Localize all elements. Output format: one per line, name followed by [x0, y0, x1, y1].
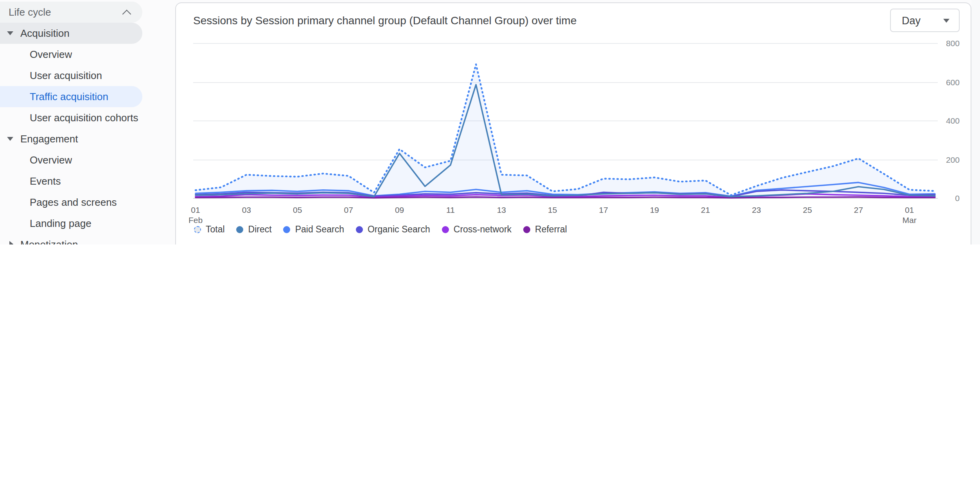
x-axis-tick-label: 01Mar — [896, 205, 923, 225]
legend-label: Organic Search — [368, 225, 430, 234]
legend-label: Referral — [535, 225, 567, 234]
legend-item-referral[interactable]: Referral — [523, 225, 567, 234]
interval-dropdown-value: Day — [902, 14, 921, 26]
caret-down-icon — [7, 137, 13, 141]
chevron-down-icon — [943, 18, 949, 22]
chart-legend: TotalDirectPaid SearchOrganic SearchCros… — [194, 225, 567, 234]
chart-plot-area — [193, 26, 938, 204]
sidebar-item-pages-and-screens[interactable]: Pages and screens — [0, 192, 142, 213]
sidebar-item-traffic-acquisition[interactable]: Traffic acquisition — [0, 86, 142, 107]
legend-item-total[interactable]: Total — [194, 225, 225, 234]
sidebar-item-label: Events — [30, 175, 61, 187]
x-axis-tick-label: 07 — [335, 205, 362, 215]
series-line-referral — [196, 197, 935, 198]
legend-item-paid-search[interactable]: Paid Search — [284, 225, 344, 234]
caret-down-icon — [7, 31, 13, 35]
x-axis-tick-label: 09 — [386, 205, 413, 215]
sidebar-item-engagement[interactable]: Engagement — [0, 128, 142, 149]
x-axis-tick-label: 27 — [845, 205, 872, 215]
sidebar-nav: Life cycleAcquisitionOverviewUser acquis… — [0, 0, 175, 244]
sidebar-item-label: User acquisition cohorts — [30, 112, 138, 124]
x-axis-tick-label: 17 — [590, 205, 617, 215]
chevron-up-icon — [122, 10, 131, 19]
sidebar-item-label: Traffic acquisition — [30, 91, 108, 102]
x-axis-tick-label: 25 — [794, 205, 821, 215]
sidebar-item-label: User acquisition — [30, 70, 102, 81]
y-axis-tick-label: 600 — [938, 77, 960, 86]
legend-item-organic-search[interactable]: Organic Search — [356, 225, 430, 234]
x-axis-tick-label: 23 — [743, 205, 770, 215]
sidebar-item-label: Pages and screens — [30, 196, 117, 208]
legend-dot-icon — [356, 226, 363, 233]
sidebar-item-acquisition[interactable]: Acquisition — [0, 23, 142, 44]
x-axis-tick-label: 03 — [233, 205, 260, 215]
sidebar-item-overview[interactable]: Overview — [0, 149, 142, 171]
total-area-fill — [196, 64, 935, 198]
sidebar-item-label: Landing page — [30, 218, 92, 229]
legend-dot-icon — [523, 226, 530, 233]
legend-label: Cross-network — [454, 225, 512, 234]
legend-item-direct[interactable]: Direct — [237, 225, 272, 234]
x-axis-tick-label: 05 — [284, 205, 311, 215]
report-card: Sessions by Session primary channel grou… — [175, 2, 971, 244]
legend-dot-icon — [237, 226, 244, 233]
x-axis-tick-label: 21 — [692, 205, 719, 215]
legend-label: Total — [206, 225, 225, 234]
sidebar-item-monetization[interactable]: Monetization — [0, 234, 142, 244]
y-axis-tick-label: 800 — [938, 38, 960, 48]
sidebar-item-landing-page[interactable]: Landing page — [0, 213, 142, 234]
section-header-life-cycle[interactable]: Life cycle — [0, 2, 142, 23]
x-axis-tick-label: 13 — [488, 205, 515, 215]
legend-dot-icon — [284, 226, 291, 233]
sidebar-item-user-acquisition[interactable]: User acquisition — [0, 65, 142, 86]
sidebar-item-user-acquisition-cohorts[interactable]: User acquisition cohorts — [0, 107, 142, 128]
sidebar-item-label: Overview — [30, 49, 72, 60]
x-axis-tick-label: 01Feb — [182, 205, 209, 225]
sidebar-item-events[interactable]: Events — [0, 171, 142, 192]
legend-label: Direct — [248, 225, 272, 234]
legend-dot-icon — [194, 226, 201, 233]
ga4-traffic-acquisition-report: Life cycleAcquisitionOverviewUser acquis… — [0, 0, 980, 244]
sidebar-item-label: Monetization — [20, 239, 78, 244]
sidebar-item-overview[interactable]: Overview — [0, 44, 142, 65]
legend-item-cross-network[interactable]: Cross-network — [442, 225, 512, 234]
sidebar-item-label: Overview — [30, 154, 72, 166]
chart-title: Sessions by Session primary channel grou… — [193, 14, 577, 27]
page-background-strip — [971, 0, 980, 244]
caret-right-icon — [9, 241, 13, 244]
y-axis-tick-label: 400 — [938, 116, 960, 125]
sidebar-item-label: Life cycle — [9, 6, 51, 18]
legend-dot-icon — [442, 226, 449, 233]
sidebar-item-label: Engagement — [20, 133, 78, 145]
x-axis-tick-label: 19 — [641, 205, 668, 215]
sidebar-item-label: Acquisition — [20, 27, 70, 39]
legend-label: Paid Search — [295, 225, 344, 234]
y-axis-tick-label: 200 — [938, 155, 960, 164]
x-axis-tick-label: 11 — [437, 205, 464, 215]
y-axis-tick-label: 0 — [938, 193, 960, 203]
x-axis-tick-label: 15 — [539, 205, 566, 215]
